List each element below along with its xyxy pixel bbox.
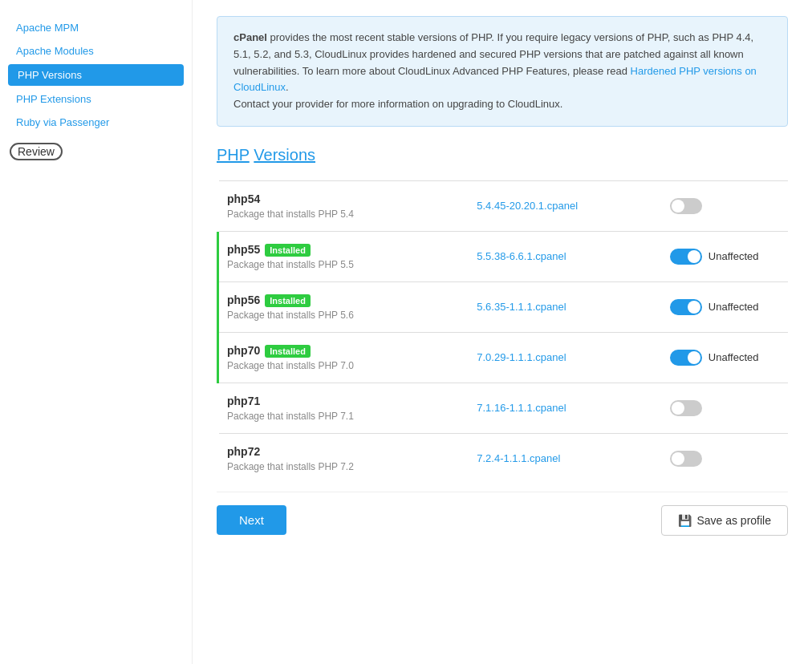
toggle-wrap: Unaffected bbox=[670, 249, 780, 265]
sidebar-item-ruby-via-passenger[interactable]: Ruby via Passenger bbox=[0, 111, 192, 134]
pkg-toggle-cell: Unaffected bbox=[662, 231, 788, 281]
unaffected-label: Unaffected bbox=[708, 250, 759, 262]
toggle-slider bbox=[670, 350, 702, 366]
unaffected-label: Unaffected bbox=[708, 301, 759, 313]
section-title: PHP Versions bbox=[217, 146, 788, 164]
sidebar-item-apache-modules[interactable]: Apache Modules bbox=[0, 39, 192, 63]
pkg-name: php71 bbox=[227, 395, 260, 407]
section-title-rest: Versions bbox=[254, 146, 315, 164]
sidebar-item-php-versions-label: PHP Versions bbox=[18, 69, 82, 81]
pkg-version: 7.0.29-1.1.1.cpanel bbox=[469, 332, 662, 383]
sidebar-item-php-versions[interactable]: PHP Versions bbox=[8, 64, 184, 86]
toggle-slider bbox=[670, 451, 702, 467]
info-text3: Contact your provider for more informati… bbox=[233, 98, 562, 110]
toggle-switch[interactable] bbox=[670, 249, 702, 265]
sidebar-item-review-label: Review bbox=[18, 145, 55, 158]
pkg-toggle-cell: Unaffected bbox=[662, 281, 788, 332]
pkg-toggle-cell bbox=[662, 433, 788, 484]
pkg-version: 5.4.45-20.20.1.cpanel bbox=[469, 180, 662, 231]
table-row: php54Package that installs PHP 5.45.4.45… bbox=[218, 180, 789, 231]
save-profile-label: Save as profile bbox=[696, 514, 771, 527]
save-icon: 💾 bbox=[678, 514, 692, 527]
table-row: php72Package that installs PHP 7.27.2.4-… bbox=[218, 433, 789, 484]
pkg-description: Package that installs PHP 5.4 bbox=[227, 209, 461, 220]
toggle-switch[interactable] bbox=[670, 299, 702, 315]
toggle-wrap: Unaffected bbox=[670, 299, 780, 315]
pkg-name: php56Installed bbox=[227, 294, 311, 306]
pkg-name: php54 bbox=[227, 192, 260, 205]
installed-badge: Installed bbox=[265, 244, 311, 257]
toggle-switch[interactable] bbox=[670, 451, 702, 467]
toggle-wrap: Unaffected bbox=[670, 350, 780, 366]
installed-badge: Installed bbox=[265, 294, 311, 307]
toggle-wrap bbox=[670, 400, 780, 416]
sidebar-item-apache-mpm[interactable]: Apache MPM bbox=[0, 16, 192, 39]
pkg-version: 5.5.38-6.6.1.cpanel bbox=[469, 231, 662, 281]
pkg-toggle-cell: Unaffected bbox=[662, 332, 788, 383]
table-row: php56InstalledPackage that installs PHP … bbox=[218, 281, 789, 332]
pkg-name: php72 bbox=[227, 445, 260, 458]
info-brand: cPanel bbox=[233, 31, 267, 43]
pkg-description: Package that installs PHP 7.0 bbox=[227, 360, 461, 371]
pkg-description: Package that installs PHP 5.5 bbox=[227, 259, 461, 270]
pkg-name: php55Installed bbox=[227, 243, 311, 256]
pkg-version: 7.1.16-1.1.1.cpanel bbox=[469, 383, 662, 433]
toggle-slider bbox=[670, 249, 702, 265]
toggle-slider bbox=[670, 198, 702, 214]
pkg-toggle-cell bbox=[662, 180, 788, 231]
table-row: php70InstalledPackage that installs PHP … bbox=[218, 332, 789, 383]
pkg-version: 7.2.4-1.1.1.cpanel bbox=[469, 433, 662, 484]
sidebar: Apache MPM Apache Modules PHP Versions P… bbox=[0, 0, 193, 664]
php-packages-table: php54Package that installs PHP 5.45.4.45… bbox=[217, 180, 788, 484]
toggle-switch[interactable] bbox=[670, 400, 702, 416]
info-box: cPanel provides the most recent stable v… bbox=[217, 16, 788, 127]
toggle-slider bbox=[670, 299, 702, 315]
sidebar-item-php-extensions[interactable]: PHP Extensions bbox=[0, 87, 192, 111]
toggle-switch[interactable] bbox=[670, 350, 702, 366]
installed-badge: Installed bbox=[265, 345, 311, 358]
info-text2: . bbox=[286, 81, 289, 93]
toggle-slider bbox=[670, 400, 702, 416]
pkg-description: Package that installs PHP 7.1 bbox=[227, 411, 461, 422]
section-title-php: PHP bbox=[217, 146, 250, 164]
table-row: php71Package that installs PHP 7.17.1.16… bbox=[218, 383, 789, 433]
unaffected-label: Unaffected bbox=[708, 351, 759, 363]
pkg-description: Package that installs PHP 5.6 bbox=[227, 310, 461, 321]
save-profile-button[interactable]: 💾 Save as profile bbox=[661, 505, 788, 536]
sidebar-item-review[interactable]: Review bbox=[10, 143, 63, 160]
next-button[interactable]: Next bbox=[217, 505, 286, 535]
table-row: php55InstalledPackage that installs PHP … bbox=[218, 231, 789, 281]
main-content: cPanel provides the most recent stable v… bbox=[193, 0, 812, 664]
toggle-wrap bbox=[670, 198, 780, 214]
toggle-wrap bbox=[670, 451, 780, 467]
pkg-toggle-cell bbox=[662, 383, 788, 433]
pkg-name: php70Installed bbox=[227, 344, 311, 357]
footer: Next 💾 Save as profile bbox=[217, 492, 788, 549]
pkg-version: 5.6.35-1.1.1.cpanel bbox=[469, 281, 662, 332]
pkg-description: Package that installs PHP 7.2 bbox=[227, 461, 461, 472]
toggle-switch[interactable] bbox=[670, 198, 702, 214]
